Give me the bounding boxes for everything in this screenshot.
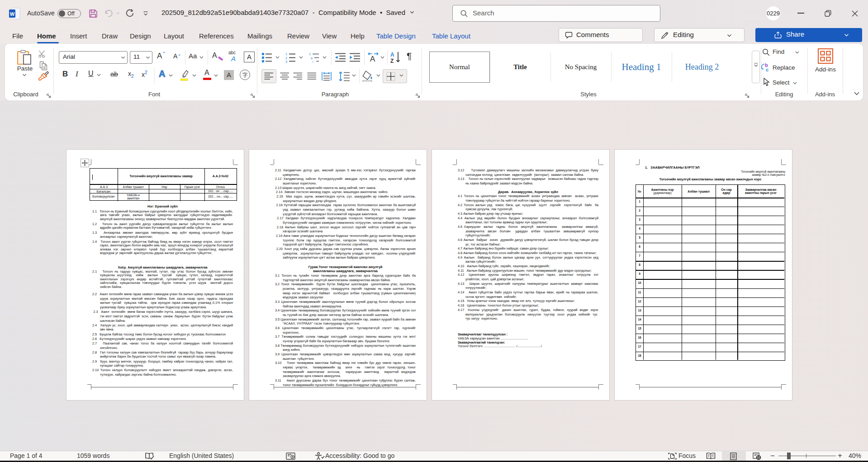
- svg-text:1: 1: [309, 52, 311, 56]
- svg-text:Z: Z: [390, 58, 394, 64]
- svg-text:c: c: [766, 67, 768, 72]
- svg-text:3: 3: [285, 60, 287, 63]
- svg-text:a: a: [311, 57, 313, 60]
- svg-text:A: A: [390, 52, 394, 58]
- svg-text:i: i: [313, 60, 313, 63]
- svg-text:A: A: [370, 55, 375, 63]
- svg-text:W: W: [10, 11, 15, 17]
